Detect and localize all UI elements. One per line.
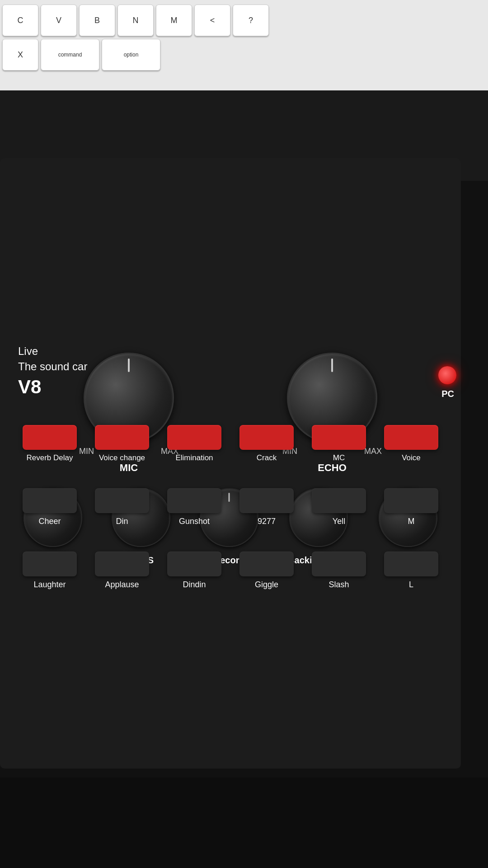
key-c[interactable]: C (2, 5, 38, 36)
laughter-label: Laughter (33, 580, 66, 590)
applause-button[interactable] (95, 552, 149, 576)
key-b[interactable]: B (79, 5, 115, 36)
sound-card-device: Live The sound car V8 PC MIN MAX MIC MIN… (0, 158, 461, 769)
elimination-label: Elimination (175, 453, 213, 462)
gray-buttons-row-1: Cheer Din Gunshot 9277 Yell M (0, 488, 461, 526)
giggle-group: Giggle (239, 552, 294, 590)
9277-group: 9277 (239, 488, 294, 526)
giggle-label: Giggle (255, 580, 278, 590)
voice-group: Voice (384, 425, 438, 462)
cheer-group: Cheer (23, 488, 77, 526)
dindin-button[interactable] (167, 552, 221, 576)
slash-button[interactable] (312, 552, 366, 576)
bottom-surface (0, 778, 488, 868)
cheer-button[interactable] (23, 488, 77, 513)
echo-label: ECHO (318, 462, 347, 474)
voice-change-group: Voice change (95, 425, 149, 462)
cheer-label: Cheer (38, 517, 61, 526)
slash-group: Slash (312, 552, 366, 590)
key-v[interactable]: V (41, 5, 77, 36)
din-button[interactable] (95, 488, 149, 513)
gunshot-group: Gunshot (167, 488, 221, 526)
gunshot-button[interactable] (167, 488, 221, 513)
red-buttons-row: Reverb Delay Voice change Elimination Cr… (0, 425, 461, 462)
l-label: L (409, 580, 413, 590)
m-group: M (384, 488, 438, 526)
reverb-delay-button[interactable] (23, 425, 77, 450)
crack-button[interactable] (239, 425, 294, 450)
dindin-label: Dindin (183, 580, 206, 590)
gray-buttons-row-2: Laughter Applause Dindin Giggle Slash L (0, 552, 461, 590)
key-q[interactable]: ? (233, 5, 269, 36)
key-command[interactable]: command (41, 39, 99, 71)
keyboard-row-2: X command option (2, 39, 486, 71)
applause-label: Applause (105, 580, 139, 590)
keyboard: C V B N M < ? X command option (0, 0, 488, 90)
yell-label: Yell (333, 517, 345, 526)
l-button[interactable] (384, 552, 438, 576)
giggle-button[interactable] (239, 552, 294, 576)
slash-label: Slash (328, 580, 349, 590)
l-group: L (384, 552, 438, 590)
elimination-group: Elimination (167, 425, 221, 462)
crack-label: Crack (257, 453, 277, 462)
laughter-button[interactable] (23, 552, 77, 576)
gunshot-label: Gunshot (179, 517, 210, 526)
voice-change-label: Voice change (99, 453, 145, 462)
reverb-delay-group: Reverb Delay (23, 425, 77, 462)
reverb-delay-label: Reverb Delay (27, 453, 73, 462)
key-m[interactable]: M (156, 5, 192, 36)
applause-group: Applause (95, 552, 149, 590)
keyboard-row-1: C V B N M < ? (2, 5, 486, 36)
key-lt[interactable]: < (194, 5, 230, 36)
voice-label: Voice (402, 453, 421, 462)
key-x[interactable]: X (2, 39, 38, 71)
mc-label: MC (333, 453, 345, 462)
m-label: M (408, 517, 415, 526)
din-label: Din (116, 517, 128, 526)
mc-button[interactable] (312, 425, 366, 450)
yell-button[interactable] (312, 488, 366, 513)
voice-button[interactable] (384, 425, 438, 450)
laughter-group: Laughter (23, 552, 77, 590)
m-button[interactable] (384, 488, 438, 513)
din-group: Din (95, 488, 149, 526)
9277-button[interactable] (239, 488, 294, 513)
mic-label: MIC (120, 462, 138, 474)
yell-group: Yell (312, 488, 366, 526)
elimination-button[interactable] (167, 425, 221, 450)
key-n[interactable]: N (117, 5, 154, 36)
key-option[interactable]: option (102, 39, 160, 71)
9277-label: 9277 (258, 517, 276, 526)
crack-group: Crack (239, 425, 294, 462)
mc-group: MC (312, 425, 366, 462)
dindin-group: Dindin (167, 552, 221, 590)
voice-change-button[interactable] (95, 425, 149, 450)
